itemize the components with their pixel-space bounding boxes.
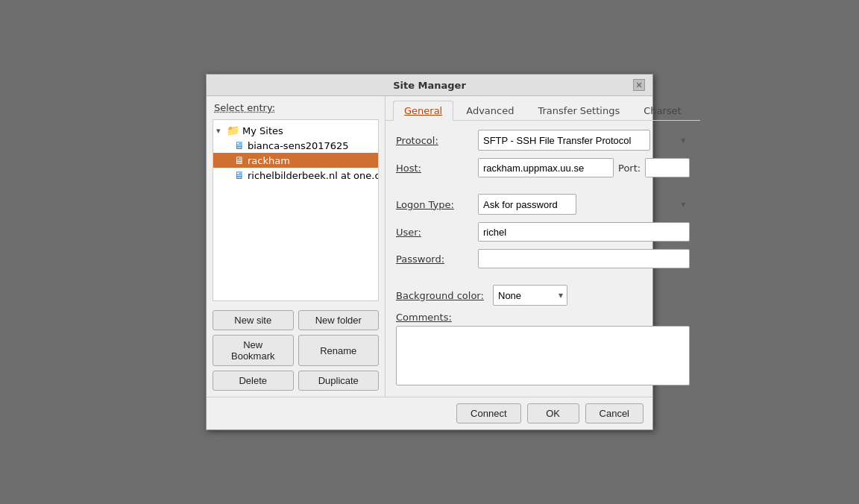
expander-icon: ▾ [216, 126, 227, 136]
tree-item-my-sites[interactable]: ▾ 📁 My Sites [213, 123, 378, 138]
tab-charset[interactable]: Charset [632, 101, 693, 120]
site-tree: ▾ 📁 My Sites 🖥 bianca-sens2017625 🖥 rack… [213, 119, 379, 301]
protocol-row: Protocol: SFTP - SSH File Transfer Proto… [396, 130, 690, 151]
port-input[interactable] [645, 158, 690, 177]
button-grid: New site New folder New Bookmark Rename … [207, 304, 385, 397]
bg-color-select[interactable]: None Red Green Blue Yellow [493, 285, 567, 306]
richel-label: richelbilderbeek.nl at one.com [248, 170, 379, 181]
bg-color-select-wrapper: None Red Green Blue Yellow [493, 285, 567, 306]
new-folder-button[interactable]: New folder [298, 310, 380, 330]
select-entry-label: Select entry: [207, 96, 385, 116]
logon-type-label: Logon Type: [396, 199, 478, 210]
tab-transfer-settings[interactable]: Transfer Settings [526, 101, 631, 120]
folder-icon: 📁 [227, 125, 239, 136]
connect-button[interactable]: Connect [456, 403, 520, 423]
password-label: Password: [396, 253, 478, 265]
site-icon-bianca: 🖥 [234, 139, 245, 151]
bg-color-label: Background color: [396, 290, 493, 301]
host-label: Host: [396, 163, 478, 174]
protocol-label: Protocol: [396, 135, 478, 146]
host-row: Host: Port: [396, 158, 690, 177]
host-input[interactable] [478, 158, 614, 177]
host-port-group: Port: [478, 158, 690, 177]
site-icon-richel: 🖥 [234, 169, 245, 181]
password-input[interactable] [478, 249, 690, 268]
comments-textarea[interactable] [396, 326, 690, 385]
rackham-label: rackham [248, 155, 290, 166]
comments-label: Comments: [396, 312, 690, 323]
titlebar: Site Manager ✕ [207, 75, 652, 96]
dialog-footer: Connect OK Cancel [207, 397, 652, 429]
logon-type-row: Logon Type: Ask for password Normal Key … [396, 194, 690, 215]
form-area: Protocol: SFTP - SSH File Transfer Proto… [386, 121, 700, 397]
separator-2 [396, 276, 690, 285]
tab-bar: General Advanced Transfer Settings Chars… [386, 96, 700, 121]
tree-item-bianca[interactable]: 🖥 bianca-sens2017625 [213, 138, 378, 153]
password-row: Password: [396, 249, 690, 268]
logon-type-select[interactable]: Ask for password Normal Key file Interac… [478, 194, 576, 215]
my-sites-label: My Sites [242, 125, 283, 136]
comments-section: Comments: [396, 312, 690, 388]
right-panel: General Advanced Transfer Settings Chars… [386, 96, 700, 397]
site-manager-dialog: Site Manager ✕ Select entry: ▾ 📁 My Site… [206, 74, 653, 430]
user-label: User: [396, 227, 478, 238]
new-site-button[interactable]: New site [213, 310, 294, 330]
ok-button[interactable]: OK [527, 403, 579, 423]
duplicate-button[interactable]: Duplicate [298, 371, 380, 391]
rename-button[interactable]: Rename [298, 335, 380, 366]
user-input[interactable] [478, 222, 690, 242]
cancel-button[interactable]: Cancel [585, 403, 644, 423]
site-icon-rackham: 🖥 [234, 154, 245, 166]
port-label: Port: [618, 163, 641, 174]
tree-item-rackham[interactable]: 🖥 rackham [213, 153, 378, 168]
tab-general[interactable]: General [393, 101, 453, 121]
close-button[interactable]: ✕ [633, 79, 645, 91]
protocol-select[interactable]: SFTP - SSH File Transfer Protocol FTP - … [478, 130, 650, 151]
dialog-title: Site Manager [226, 80, 633, 91]
dialog-content: Select entry: ▾ 📁 My Sites 🖥 bianca-sens… [207, 96, 652, 397]
tab-advanced[interactable]: Advanced [455, 101, 525, 120]
user-row: User: [396, 222, 690, 242]
protocol-select-wrapper: SFTP - SSH File Transfer Protocol FTP - … [478, 130, 690, 151]
delete-button[interactable]: Delete [213, 371, 294, 391]
logon-type-select-wrapper: Ask for password Normal Key file Interac… [478, 194, 690, 215]
tree-item-richel[interactable]: 🖥 richelbilderbeek.nl at one.com [213, 168, 378, 183]
bg-color-row: Background color: None Red Green Blue Ye… [396, 285, 690, 306]
new-bookmark-button[interactable]: New Bookmark [213, 335, 294, 366]
separator-1 [396, 185, 690, 194]
left-panel: Select entry: ▾ 📁 My Sites 🖥 bianca-sens… [207, 96, 386, 397]
bianca-label: bianca-sens2017625 [248, 140, 349, 151]
